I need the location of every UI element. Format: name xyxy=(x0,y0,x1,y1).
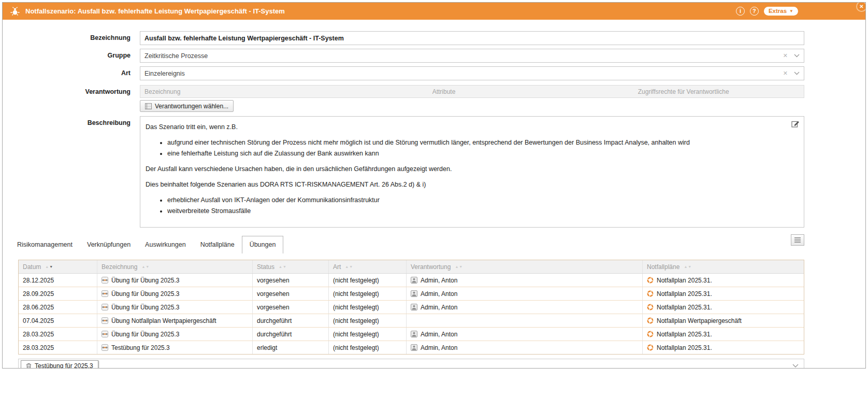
cell-status: vorgesehen xyxy=(253,301,329,314)
cell-bezeichnung: Übung für Übung 2025.3 xyxy=(97,274,253,287)
avatar-icon xyxy=(411,344,417,351)
selection-bar: Testübung für 2025.3 xyxy=(18,359,804,369)
view-toggle-button[interactable] xyxy=(791,234,804,246)
avatar-icon xyxy=(411,277,417,284)
cell-datum: 07.04.2025 xyxy=(19,314,97,327)
tab-notfallplaene[interactable]: Notfallpläne xyxy=(193,236,242,253)
lifering-icon xyxy=(647,344,654,351)
beschreibung-para2: Der Ausfall kann verschiedene Ursachen h… xyxy=(146,164,786,174)
close-button[interactable]: ✕ xyxy=(856,2,866,12)
cell-status: vorgesehen xyxy=(253,287,329,300)
lifering-icon xyxy=(647,304,654,310)
clear-icon[interactable]: ✕ xyxy=(778,52,793,59)
help-icon[interactable]: ? xyxy=(750,7,759,16)
cell-datum: 28.03.2025 xyxy=(19,328,97,341)
cell-bezeichnung: Übung für Übung 2025.3 xyxy=(97,287,253,300)
table-body: 28.12.2025Übung für Übung 2025.3vorgeseh… xyxy=(19,274,804,354)
exercise-icon xyxy=(102,317,108,324)
column-header-bezeichnung[interactable]: Bezeichnung▲▼ xyxy=(97,260,253,273)
cell-bezeichnung: Übung für Übung 2025.3 xyxy=(97,301,253,314)
tab-verknuepfungen[interactable]: Verknüpfungen xyxy=(80,236,138,253)
table-row[interactable]: 28.09.2025Übung für Übung 2025.3vorgeseh… xyxy=(19,287,804,301)
scenario-form: Bezeichnung Gruppe Zeitkritische Prozess… xyxy=(3,20,865,228)
table-header: Datum▲▼Bezeichnung▲▼Status▲▼Art▲▼Verantw… xyxy=(19,260,804,274)
sort-indicator: ▲▼ xyxy=(684,265,691,268)
tabs: RisikomanagementVerknüpfungenAuswirkunge… xyxy=(10,234,804,253)
beschreibung-label: Beschreibung xyxy=(3,116,140,228)
verantwortung-column-header: Attribute xyxy=(432,88,638,95)
beschreibung-bullet: eine fehlerhafte Leistung sich auf die Z… xyxy=(167,149,786,159)
bezeichnung-label: Bezeichnung xyxy=(3,31,140,45)
tab-auswirkungen[interactable]: Auswirkungen xyxy=(138,236,193,253)
table-row[interactable]: 28.12.2025Übung für Übung 2025.3vorgeseh… xyxy=(19,274,804,287)
verantwortungen-waehlen-button[interactable]: Verantwortungen wählen... xyxy=(140,100,234,112)
gruppe-select[interactable]: Zeitkritische Prozesse ✕ xyxy=(140,49,804,63)
exercise-icon xyxy=(102,331,108,337)
column-header-status[interactable]: Status▲▼ xyxy=(253,260,329,273)
trash-icon[interactable] xyxy=(26,363,32,369)
table-row[interactable]: 07.04.2025Übung Notfallplan Wertpapierge… xyxy=(19,314,804,328)
tab-risikomanagement[interactable]: Risikomanagement xyxy=(10,236,80,253)
clear-icon[interactable]: ✕ xyxy=(778,70,793,77)
sort-indicator: ▲▼ xyxy=(141,265,149,268)
edit-icon[interactable] xyxy=(791,120,800,128)
column-header-notfallplaene[interactable]: Notfallpläne▲▼ xyxy=(643,260,804,273)
cell-notfallplaene: Notfallplan 2025.31. xyxy=(643,287,804,300)
table-row[interactable]: 28.06.2025Übung für Übung 2025.3vorgeseh… xyxy=(19,301,804,314)
info-icon[interactable]: i xyxy=(736,7,745,16)
cell-verantwortung xyxy=(407,314,643,327)
titlebar-actions: i ? Extras ▼ xyxy=(736,7,798,16)
verantwortung-column-header: Zugriffsrechte für Verantwortliche xyxy=(638,88,804,95)
exercise-icon xyxy=(102,277,108,284)
column-header-art[interactable]: Art▲▼ xyxy=(329,260,407,273)
column-header-verantwortung[interactable]: Verantwortung▲▼ xyxy=(407,260,643,273)
caret-down-icon: ▼ xyxy=(789,9,793,13)
selection-chip[interactable]: Testübung für 2025.3 xyxy=(21,360,98,369)
app-icon xyxy=(10,7,20,16)
cell-notfallplaene: Notfallplan 2025.31. xyxy=(643,328,804,341)
extras-label: Extras xyxy=(769,8,787,15)
verantwortung-header: BezeichnungAttributeZugriffsrechte für V… xyxy=(140,85,804,98)
selection-chip-label: Testübung für 2025.3 xyxy=(35,362,93,369)
cell-art: (nicht festgelegt) xyxy=(329,287,407,300)
app-window: Notfallszenario: Ausfall bzw. fehlerhaft… xyxy=(2,2,866,369)
bezeichnung-input[interactable] xyxy=(140,31,804,45)
cell-notfallplaene: Notfallplan Wertpapiergeschäft xyxy=(643,314,804,327)
cell-notfallplaene: Notfallplan 2025.31. xyxy=(643,274,804,287)
sort-indicator: ▲▼ xyxy=(279,265,286,268)
cell-verantwortung: Admin, Anton xyxy=(407,341,643,354)
gruppe-value: Zeitkritische Prozesse xyxy=(144,52,778,60)
sort-indicator: ▲▼ xyxy=(345,265,353,268)
cell-art: (nicht festgelegt) xyxy=(329,274,407,287)
beschreibung-bullet: weitverbreitete Stromausfälle xyxy=(167,206,786,216)
cell-verantwortung: Admin, Anton xyxy=(407,274,643,287)
chevron-down-icon[interactable] xyxy=(792,364,799,368)
cell-art: (nicht festgelegt) xyxy=(329,328,407,341)
exercise-icon xyxy=(102,290,108,297)
verantwortung-label: Verantwortung xyxy=(3,85,140,112)
cell-art: (nicht festgelegt) xyxy=(329,341,407,354)
column-header-datum[interactable]: Datum▲▼ xyxy=(19,260,97,273)
cell-bezeichnung: Übung für Übung 2025.3 xyxy=(97,328,253,341)
uebungen-table: Datum▲▼Bezeichnung▲▼Status▲▼Art▲▼Verantw… xyxy=(18,260,804,355)
table-row[interactable]: 28.03.2025Übung für Übung 2025.3durchgef… xyxy=(19,328,804,341)
beschreibung-para3: Dies beinhaltet folgende Szenarien aus D… xyxy=(146,180,786,190)
chevron-down-icon[interactable] xyxy=(793,72,800,75)
exercise-icon xyxy=(102,304,108,310)
tab-uebungen[interactable]: Übungen xyxy=(242,236,284,253)
cell-datum: 28.09.2025 xyxy=(19,287,97,300)
art-select[interactable]: Einzelereignis ✕ xyxy=(140,66,804,80)
cell-datum: 28.12.2025 xyxy=(19,274,97,287)
cell-art: (nicht festgelegt) xyxy=(329,301,407,314)
chevron-down-icon[interactable] xyxy=(793,54,800,58)
titlebar: Notfallszenario: Ausfall bzw. fehlerhaft… xyxy=(3,3,865,20)
cell-datum: 28.03.2025 xyxy=(19,341,97,354)
beschreibung-editor[interactable]: Das Szenario tritt ein, wenn z.B. aufgru… xyxy=(140,116,804,228)
cell-status: erledigt xyxy=(253,341,329,354)
cell-bezeichnung: Testübung für 2025.3 xyxy=(97,341,253,354)
table-row[interactable]: 28.03.2025Testübung für 2025.3erledigt(n… xyxy=(19,341,804,354)
cell-notfallplaene: Notfallplan 2025.31. xyxy=(643,341,804,354)
extras-button[interactable]: Extras ▼ xyxy=(764,7,798,16)
lifering-icon xyxy=(647,277,654,284)
cell-notfallplaene: Notfallplan 2025.31. xyxy=(643,301,804,314)
